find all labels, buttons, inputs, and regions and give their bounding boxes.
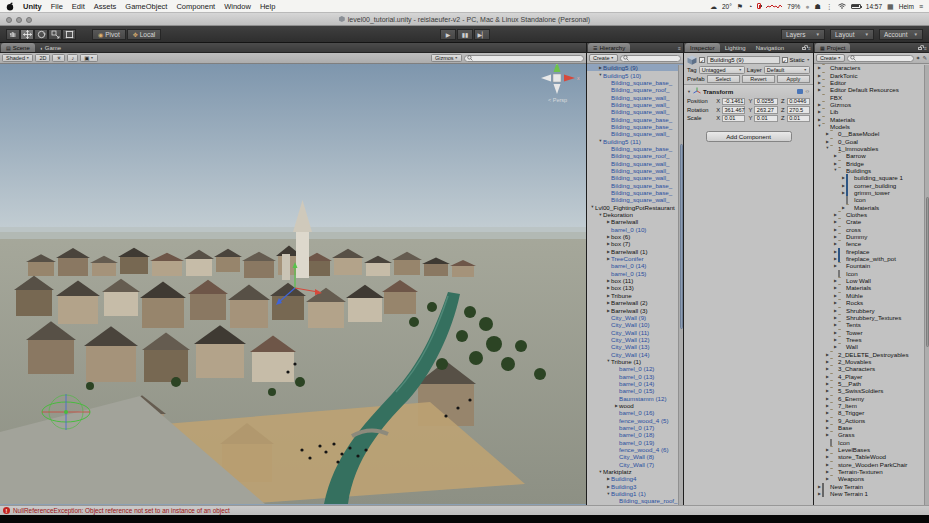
- hierarchy-item[interactable]: Bilding_square_wall_: [587, 196, 683, 203]
- project-item[interactable]: ▶Fountain: [814, 262, 929, 269]
- account-dropdown[interactable]: Account▼: [879, 29, 923, 40]
- tab-project[interactable]: ▦ Project: [815, 43, 850, 52]
- hierarchy-item[interactable]: ▶Barrelwall (2): [587, 299, 683, 306]
- transform-component-header[interactable]: ▼ Transform ☼: [684, 84, 813, 97]
- hierarchy-item[interactable]: ▶Building5 (9): [587, 64, 683, 71]
- close-window-button[interactable]: [6, 17, 12, 23]
- rotation-y-field[interactable]: 263.27: [754, 106, 777, 114]
- static-dropdown-arrow[interactable]: ▼: [807, 58, 810, 62]
- layout-dropdown[interactable]: Layout▼: [830, 29, 874, 40]
- hierarchy-item[interactable]: ▶Barrelwall (3): [587, 306, 683, 313]
- local-toggle-button[interactable]: ✥ Local: [127, 29, 162, 40]
- hierarchy-item[interactable]: fence_wood_4 (5): [587, 417, 683, 424]
- hierarchy-item[interactable]: ▼Building5 (10): [587, 71, 683, 78]
- project-item[interactable]: ▶3_Characters: [814, 365, 929, 372]
- tab-navigation[interactable]: Navigation: [751, 43, 789, 52]
- cpu-graph-red-icon[interactable]: [766, 3, 782, 9]
- rect-tool-button[interactable]: [62, 29, 76, 40]
- hierarchy-item[interactable]: Bilding_square_base_: [587, 182, 683, 189]
- scene-3d-viewport[interactable]: y x < Persp: [0, 64, 586, 504]
- project-item[interactable]: ▶store_Wooden ParkChair: [814, 461, 929, 468]
- project-item[interactable]: ▶Materials: [814, 204, 929, 211]
- lock-icon[interactable]: [802, 47, 806, 50]
- project-item[interactable]: Icon: [814, 196, 929, 203]
- project-item[interactable]: ▶5_SwissSoldiers: [814, 387, 929, 394]
- hierarchy-item[interactable]: ▶Tribune: [587, 292, 683, 299]
- pivot-toggle-button[interactable]: ◉ Pivot: [92, 29, 126, 40]
- project-item[interactable]: ▶Rocks: [814, 299, 929, 306]
- project-item[interactable]: ▶Materials: [814, 284, 929, 291]
- scale-x-field[interactable]: 0.01: [722, 115, 745, 123]
- project-item[interactable]: ▶Bridge: [814, 159, 929, 166]
- project-item[interactable]: ▶Wall: [814, 343, 929, 350]
- project-item[interactable]: ▶Dummy: [814, 233, 929, 240]
- zoom-window-button[interactable]: [26, 17, 32, 23]
- hierarchy-item[interactable]: ▶box (13): [587, 284, 683, 291]
- hierarchy-item[interactable]: Bilding_square_base_: [587, 115, 683, 122]
- tab-game[interactable]: ◖ Game: [35, 43, 66, 52]
- scene-lighting-toggle[interactable]: ☀: [52, 54, 65, 62]
- project-item[interactable]: ▼Models: [814, 123, 929, 130]
- hierarchy-menu-icon[interactable]: ≡: [678, 45, 681, 51]
- hierarchy-item[interactable]: City_Wall (10): [587, 321, 683, 328]
- hierarchy-item[interactable]: ▶box (7): [587, 240, 683, 247]
- prefab-revert-button[interactable]: Revert: [742, 75, 775, 83]
- tab-inspector[interactable]: Inspector: [685, 43, 720, 52]
- shading-mode-dropdown[interactable]: Shaded ▼: [2, 54, 33, 62]
- tab-hierarchy[interactable]: ☰ Hierarchy: [588, 43, 630, 52]
- hierarchy-item[interactable]: barrel_0 (14): [587, 380, 683, 387]
- hand-tool-button[interactable]: [6, 29, 20, 40]
- menu-help[interactable]: Help: [260, 2, 275, 11]
- window-titlebar[interactable]: level00_tutorial.unity - reislaeufer-v2 …: [0, 13, 929, 26]
- hierarchy-item[interactable]: City_Wall (13): [587, 343, 683, 350]
- project-item[interactable]: ▶2_Movables: [814, 358, 929, 365]
- hierarchy-item[interactable]: ▶Building4: [587, 475, 683, 482]
- rotation-x-field[interactable]: 361.467: [722, 106, 745, 114]
- apple-logo-icon[interactable]: [6, 2, 14, 11]
- menu-gameobject[interactable]: GameObject: [125, 2, 167, 11]
- project-item[interactable]: ▶0__BaseModel: [814, 130, 929, 137]
- project-item[interactable]: Icon: [814, 270, 929, 277]
- tag-dropdown[interactable]: Untagged▼: [699, 66, 745, 74]
- hierarchy-item[interactable]: City_Wall (11): [587, 328, 683, 335]
- search-by-label-icon[interactable]: ✎: [922, 55, 927, 61]
- hierarchy-item[interactable]: barrel_0 (17): [587, 424, 683, 431]
- project-item[interactable]: ▶Editor: [814, 79, 929, 86]
- hierarchy-item[interactable]: ▶wood: [587, 402, 683, 409]
- project-item[interactable]: ▶store_TableWood: [814, 453, 929, 460]
- project-item[interactable]: ▶Barrow: [814, 152, 929, 159]
- user-icon[interactable]: ☗: [815, 3, 821, 10]
- prefab-apply-button[interactable]: Apply: [777, 75, 810, 83]
- menu-assets[interactable]: Assets: [94, 2, 117, 11]
- hierarchy-item[interactable]: ▼Lvl00_FightingPotRestaurant: [587, 204, 683, 211]
- hierarchy-item[interactable]: Bilding_square_wall_: [587, 108, 683, 115]
- project-item[interactable]: ▶4_Player: [814, 372, 929, 379]
- project-item[interactable]: ▶grimm_tower: [814, 189, 929, 196]
- console-statusbar[interactable]: ! NullReferenceException: Object referen…: [0, 505, 929, 515]
- move-tool-button[interactable]: [20, 29, 34, 40]
- project-item[interactable]: ▶Trees: [814, 336, 929, 343]
- hierarchy-item[interactable]: ▶Barrelwall (1): [587, 248, 683, 255]
- foldout-arrow-icon[interactable]: ▼: [687, 89, 691, 94]
- project-item[interactable]: Icon: [814, 439, 929, 446]
- project-item[interactable]: ▶Terrain-Texturen: [814, 468, 929, 475]
- pause-button[interactable]: ▮▮: [457, 29, 473, 40]
- project-item[interactable]: ▶Crate: [814, 218, 929, 225]
- project-item[interactable]: ▶Clothes: [814, 211, 929, 218]
- project-item[interactable]: ▶New Terrain: [814, 483, 929, 490]
- project-item[interactable]: ▶Characters: [814, 64, 929, 71]
- gear-icon[interactable]: ☼: [805, 88, 811, 94]
- position-z-field[interactable]: 0.0446: [787, 98, 810, 106]
- tab-lighting[interactable]: Lighting: [720, 43, 751, 52]
- menu-component[interactable]: Component: [176, 2, 215, 11]
- hierarchy-create-button[interactable]: Create ▼: [589, 54, 618, 62]
- user-name[interactable]: Heim: [899, 3, 914, 10]
- hierarchy-item[interactable]: City_Wall (9): [587, 314, 683, 321]
- project-item[interactable]: ▶8_Trigger: [814, 409, 929, 416]
- hierarchy-item[interactable]: Baumstamm (12): [587, 394, 683, 401]
- hierarchy-item[interactable]: City_Wall (12): [587, 336, 683, 343]
- hierarchy-item[interactable]: ▶box (11): [587, 277, 683, 284]
- hierarchy-item[interactable]: Bilding_square_base_: [587, 79, 683, 86]
- project-item[interactable]: ▶Editor Default Resources: [814, 86, 929, 93]
- hierarchy-item[interactable]: Bilding_square_wall_: [587, 101, 683, 108]
